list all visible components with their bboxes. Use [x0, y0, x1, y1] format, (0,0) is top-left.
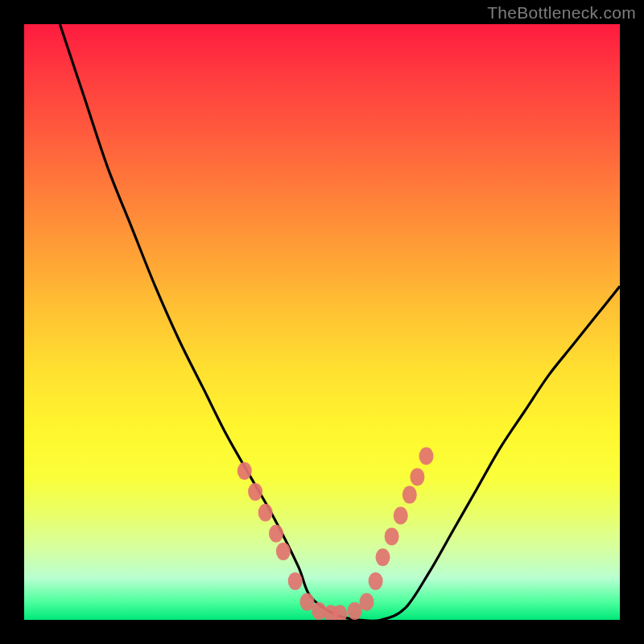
outer-frame: TheBottleneck.com	[0, 0, 644, 644]
curve-marker	[269, 525, 283, 543]
plot-area	[24, 24, 620, 620]
curve-marker	[258, 504, 273, 522]
curve-marker	[402, 486, 417, 504]
curve-marker	[312, 602, 326, 620]
curve-marker	[248, 483, 262, 501]
curve-marker	[394, 507, 408, 525]
curve-marker	[288, 572, 303, 590]
watermark-text: TheBottleneck.com	[487, 3, 636, 23]
curve-marker	[276, 543, 291, 560]
curve-marker	[369, 572, 383, 590]
curve-marker	[237, 462, 252, 480]
marker-group	[237, 448, 434, 621]
curve-marker	[376, 548, 390, 566]
curve-marker	[385, 527, 399, 545]
curve-marker	[360, 593, 374, 611]
curve-marker	[419, 448, 434, 465]
curve-marker	[410, 468, 424, 485]
chart-svg	[24, 24, 620, 620]
bottleneck-curve	[60, 24, 620, 620]
